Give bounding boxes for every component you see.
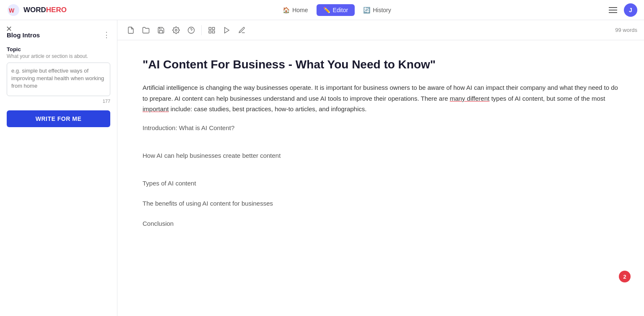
sidebar-options-icon[interactable]: ⋮ xyxy=(103,30,110,39)
word-count: 99 words xyxy=(615,27,637,33)
home-icon: 🏠 xyxy=(283,7,290,13)
document-title[interactable]: "AI Content For Business - What You Need… xyxy=(143,57,619,72)
section-heading-4[interactable]: Conclusion xyxy=(143,219,619,229)
svg-rect-5 xyxy=(209,27,211,29)
logo-area: W WORDHERO xyxy=(7,3,67,17)
section-heading-3[interactable]: The benefits of using AI content for bus… xyxy=(143,198,619,209)
history-nav-button[interactable]: 🔄 History xyxy=(356,4,398,16)
svg-text:W: W xyxy=(9,7,15,14)
svg-rect-6 xyxy=(213,27,215,29)
underline-important: important xyxy=(143,105,169,112)
document-body[interactable]: Artificial intelligence is changing the … xyxy=(143,82,619,115)
sidebar: Blog Intros ⋮ Topic What your article or… xyxy=(0,20,117,316)
save-icon[interactable] xyxy=(154,24,168,37)
topic-hint: What your article or section is about. xyxy=(7,53,110,59)
editor-nav-button[interactable]: ✏️ Editor xyxy=(317,4,355,16)
svg-rect-8 xyxy=(209,31,211,33)
underline-many-different: many different xyxy=(450,95,490,102)
user-avatar[interactable]: J xyxy=(624,3,637,17)
pencil-icon: ✏️ xyxy=(323,7,330,13)
editor-content-area: "AI Content For Business - What You Need… xyxy=(117,40,644,316)
sidebar-header: Blog Intros ⋮ xyxy=(7,30,110,39)
hamburger-menu-button[interactable] xyxy=(607,5,619,15)
wordhero-logo-icon: W xyxy=(7,3,20,17)
home-nav-button[interactable]: 🏠 Home xyxy=(276,4,314,16)
section-heading-1[interactable]: How AI can help businesses create better… xyxy=(143,151,619,161)
editor-toolbar: 99 words xyxy=(117,20,644,40)
topic-input[interactable] xyxy=(7,63,110,96)
publish-icon[interactable] xyxy=(220,24,234,37)
history-icon: 🔄 xyxy=(363,7,370,13)
top-navigation: W WORDHERO 🏠 Home ✏️ Editor 🔄 History J xyxy=(0,0,644,20)
nav-tabs: 🏠 Home ✏️ Editor 🔄 History xyxy=(276,4,398,16)
svg-marker-9 xyxy=(225,27,229,33)
svg-point-2 xyxy=(175,29,177,31)
notification-badge[interactable]: 2 xyxy=(619,271,631,282)
help-icon[interactable] xyxy=(184,24,198,37)
section-heading-2[interactable]: Types of AI content xyxy=(143,178,619,188)
logo-text: WORDHERO xyxy=(23,6,67,14)
close-sidebar-button[interactable]: ✕ xyxy=(6,24,12,34)
settings-icon[interactable] xyxy=(169,24,183,37)
edit-pen-icon[interactable] xyxy=(235,24,249,37)
topic-label: Topic xyxy=(7,46,110,52)
char-count: 177 xyxy=(7,99,110,104)
toolbar-divider-1 xyxy=(201,25,202,35)
open-folder-icon[interactable] xyxy=(139,24,153,37)
svg-point-3 xyxy=(188,27,195,33)
nav-right: J xyxy=(607,3,637,17)
new-document-icon[interactable] xyxy=(124,24,138,37)
write-for-me-button[interactable]: WRITE FOR ME xyxy=(7,110,110,127)
svg-rect-7 xyxy=(213,31,215,33)
section-heading-0[interactable]: Introduction: What is AI Content? xyxy=(143,123,619,133)
grid-view-icon[interactable] xyxy=(205,24,218,37)
